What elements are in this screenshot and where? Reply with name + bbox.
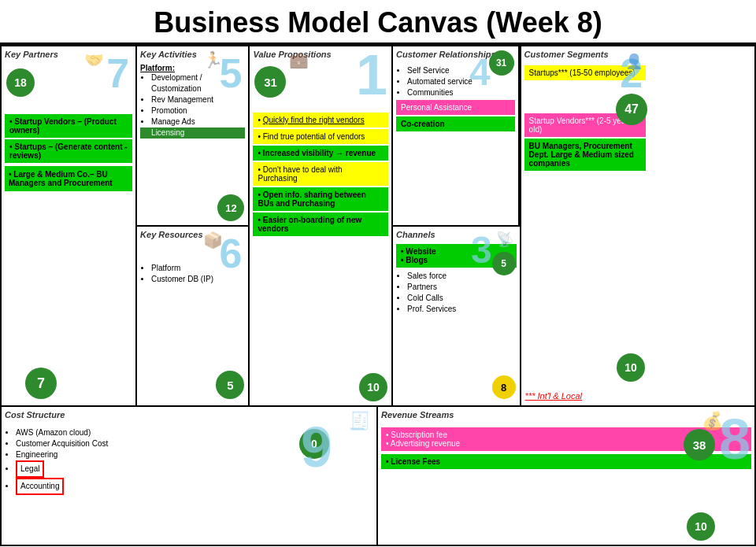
resources-icon: 📦	[203, 231, 223, 249]
vp-icon: 💼	[289, 50, 309, 69]
partners-green-box1: • Startup Vendors – (Product owners)	[5, 114, 132, 138]
cseg-note: *** Int'l & Local	[525, 391, 582, 401]
channels-cell: Channels 3 📡 • Website• Blogs 5 Sales fo…	[393, 227, 520, 405]
vp-item5: • Open info. sharing between BUs and Pur…	[253, 187, 388, 211]
cost-legal: Legal	[16, 460, 44, 478]
rev-icon: 💰	[702, 411, 723, 431]
partners-green-box2: • Startups – (Generate content - reviews…	[5, 139, 132, 163]
circle-10-rev: 10	[687, 512, 715, 541]
channels-list: Sales force Partners Cold Calls Prof. Se…	[396, 271, 517, 315]
cost-accounting: Accounting	[16, 478, 64, 495]
circle-5-channels: 5	[492, 252, 516, 275]
main-title: Business Model Canvas (Week 8)	[0, 0, 756, 45]
channels-big-number: 3	[471, 228, 492, 272]
partners-main-box: • Large & Medium Co.– BU Managers and Pr…	[9, 170, 113, 187]
cost-structure-cell: Cost Structure 0 9 🧾 AWS (Amazon cloud) …	[2, 407, 378, 545]
cseg-green: BU Managers, Procurement Dept. Large & M…	[524, 139, 647, 171]
vp-item2: • Find true potential of vendors	[253, 129, 388, 144]
vp-item6: • Easier on-boarding of new vendors	[253, 213, 388, 236]
key-partners-number: 7	[106, 53, 129, 94]
cseg-icon: 👤	[625, 53, 643, 70]
revenue-streams-label: Revenue Streams	[381, 410, 751, 419]
circle-10-vp: 10	[359, 373, 387, 401]
customer-rel-cell: Customer Relationships 4 ❤️ 31 Self Serv…	[393, 46, 520, 227]
vp-item4: • Don't have to deal with Purchasing	[253, 162, 388, 186]
cost-big-number: 9	[301, 415, 332, 479]
circle-12: 12	[217, 194, 244, 221]
crel-personal: Personal Assistance	[396, 100, 515, 115]
circle-8-channels: 8	[492, 375, 516, 399]
value-props-cell: Value Propositions 31 1 💼 • Quickly find…	[250, 46, 393, 405]
vp-item3: • Increased visibility → revenue	[253, 146, 388, 161]
circle-5-resources: 5	[216, 371, 244, 399]
revenue-streams-cell: Revenue Streams 38 8 💰 • Subscription fe…	[378, 407, 754, 545]
rev-big-number: 8	[719, 407, 750, 471]
circle-18: 18	[6, 68, 35, 97]
cost-icon: 🧾	[349, 411, 370, 431]
circle-31-vp: 31	[254, 66, 286, 98]
vp-item1: • Quickly find the right vendors	[253, 113, 388, 128]
circle-31-crel: 31	[489, 50, 514, 76]
circle-47: 47	[616, 94, 647, 125]
circle-7: 7	[25, 368, 57, 399]
customer-seg-cell: Customer Segments 2 👤 Startups*** (15-50…	[521, 46, 650, 405]
key-activities-cell: Key Activities 5 🏃 Platform: Development…	[137, 46, 248, 227]
key-partners-cell: Key Partners 7 18 🤝 • Startup Vendors – …	[2, 46, 137, 405]
activities-icon: 🏃	[203, 50, 223, 69]
vp-big-number: 1	[356, 46, 387, 103]
partners-icon: 🤝	[84, 50, 104, 69]
crel-cocreation: Co-creation	[396, 116, 515, 131]
key-resources-cell: Key Resources 6 📦 Platform Customer DB (…	[137, 227, 248, 405]
crel-big-number: 4	[469, 50, 491, 94]
channels-icon: 📡	[496, 231, 513, 248]
circle-38: 38	[684, 429, 715, 460]
circle-10-cseg: 10	[617, 353, 645, 382]
